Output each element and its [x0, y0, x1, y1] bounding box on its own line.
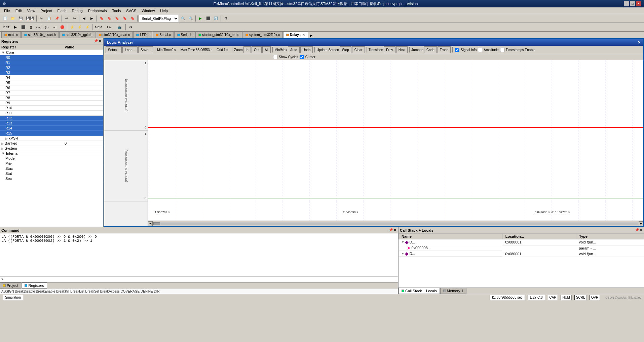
- la-scroll-right-button[interactable]: ▶: [639, 221, 643, 226]
- menu-help[interactable]: Help: [157, 8, 171, 13]
- tab-project-bottom[interactable]: Project: [0, 282, 21, 289]
- reg-row-r5[interactable]: R5: [0, 80, 103, 85]
- tb-bookmark5[interactable]: 🔖: [129, 15, 136, 22]
- command-close-icon[interactable]: ✕: [393, 228, 396, 232]
- menu-tools[interactable]: Tools: [110, 8, 124, 13]
- la-load-button[interactable]: Load...: [122, 46, 138, 53]
- tab-usart-c[interactable]: stm32f10x_usart.c: [96, 32, 133, 38]
- reg-row-xpsr[interactable]: ▷ xPSR: [0, 136, 103, 141]
- tb2-serial[interactable]: 📺: [114, 24, 124, 31]
- function-dropdown[interactable]: Serial_GetRxFlag: [139, 15, 179, 22]
- menu-debug[interactable]: Debug: [69, 8, 85, 13]
- la-clear-button[interactable]: Clear: [352, 46, 365, 53]
- menu-project[interactable]: Project: [38, 8, 54, 13]
- tb2-logic[interactable]: LA: [104, 24, 114, 31]
- reg-row-r4[interactable]: R4: [0, 75, 103, 80]
- la-zoom-all-button[interactable]: All: [262, 46, 271, 53]
- la-stop-button[interactable]: Stop: [340, 46, 351, 53]
- reg-row-core[interactable]: ▼ Core: [0, 50, 103, 55]
- menu-view[interactable]: View: [25, 8, 38, 13]
- reg-row-sec[interactable]: Sec: [0, 176, 103, 181]
- reg-row-r12[interactable]: R12: [0, 116, 103, 121]
- command-pin-icon[interactable]: 📌: [389, 228, 393, 232]
- la-scrollbar-track[interactable]: [153, 222, 638, 225]
- tb2-debug2[interactable]: ⚡: [76, 24, 83, 31]
- tb2-stepover[interactable]: {→}: [35, 24, 43, 31]
- tb-redo[interactable]: ↪: [71, 15, 78, 22]
- reg-row-internal[interactable]: ▼ Internal: [0, 151, 103, 156]
- tb-more[interactable]: ⚙: [222, 15, 229, 22]
- tb2-breakpoint[interactable]: 🔴: [59, 24, 66, 31]
- reg-row-r6[interactable]: R6: [0, 85, 103, 90]
- cs-row3[interactable]: ▼ ◆ D... 0x080001... void f(un...: [399, 251, 644, 257]
- tab-usart-h[interactable]: stm32f10x_usart.h: [21, 32, 59, 38]
- cs-row2[interactable]: ➤ 0x000003... param - ...: [399, 245, 644, 251]
- tb-bookmark4[interactable]: 🔖: [121, 15, 128, 22]
- tb-new[interactable]: 📄: [1, 15, 9, 22]
- la-next-button[interactable]: Next: [396, 46, 408, 53]
- tab-serial-c[interactable]: Serial.c: [153, 32, 174, 38]
- callstack-pin-icon[interactable]: 📌: [635, 228, 639, 232]
- reg-row-stat[interactable]: Stat: [0, 171, 103, 176]
- reg-row-r2[interactable]: R2: [0, 65, 103, 70]
- reg-row-banked[interactable]: ▷ Banked 0: [0, 141, 103, 146]
- la-auto-button[interactable]: Auto: [288, 46, 300, 53]
- la-signal1[interactable]: 1 (PORTA & 0x00000200) 0: [104, 60, 148, 131]
- tb-copy[interactable]: 📋: [45, 15, 53, 22]
- tab-led-h[interactable]: LED.h: [133, 32, 152, 38]
- menu-flash[interactable]: Flash: [55, 8, 69, 13]
- la-cursor-checkbox[interactable]: [300, 55, 304, 59]
- reg-row-r7[interactable]: R7: [0, 90, 103, 96]
- la-undo-button[interactable]: Undo: [300, 46, 313, 53]
- reg-row-r9[interactable]: R9: [0, 101, 103, 106]
- la-setup-button[interactable]: Setup...: [106, 46, 122, 53]
- tb2-stepout[interactable]: {↑}: [43, 24, 50, 31]
- la-timestamps-checkbox[interactable]: [500, 48, 504, 52]
- la-prev-button[interactable]: Prev: [384, 46, 395, 53]
- tb-cut[interactable]: ✂: [38, 15, 45, 22]
- la-scroll-left-button[interactable]: ◀: [148, 221, 153, 226]
- la-code-button[interactable]: Code: [424, 46, 437, 53]
- close-button[interactable]: ✕: [636, 1, 641, 6]
- tb2-settings[interactable]: ⚙: [127, 24, 134, 31]
- la-horizontal-scrollbar[interactable]: ◀ ▶: [148, 221, 643, 226]
- la-close-button[interactable]: ✕: [638, 40, 641, 45]
- tb-bookmark2[interactable]: 🔖: [106, 15, 113, 22]
- reg-row-mode[interactable]: Mode: [0, 156, 103, 161]
- reg-row-r10[interactable]: R10: [0, 106, 103, 111]
- tb2-debug3[interactable]: ⚡: [84, 24, 91, 31]
- tb-open[interactable]: 📁: [9, 15, 16, 22]
- tb-back[interactable]: ◀: [80, 15, 88, 22]
- tab-system-c[interactable]: system_stm32f10x.c: [242, 32, 283, 38]
- reg-row-r11[interactable]: R11: [0, 111, 103, 116]
- tb-paste[interactable]: 📌: [53, 15, 61, 22]
- registers-close[interactable]: ✕: [99, 39, 102, 43]
- command-input-field[interactable]: [5, 277, 396, 281]
- tb-undo[interactable]: ↩: [63, 15, 70, 22]
- menu-edit[interactable]: Edit: [13, 8, 25, 13]
- tb-save[interactable]: 💾: [17, 15, 24, 22]
- la-amplitude-checkbox[interactable]: [478, 48, 482, 52]
- cs-row1[interactable]: ▼ ◆ D... 0x080001... void f(un...: [399, 239, 644, 245]
- tb2-step[interactable]: {}: [27, 24, 35, 31]
- tab-memory1[interactable]: Memory 1: [440, 288, 466, 294]
- reg-row-stac[interactable]: Stac: [0, 166, 103, 171]
- tb2-run[interactable]: ▶: [12, 24, 19, 31]
- menu-file[interactable]: File: [1, 8, 13, 13]
- la-zoom-in-button[interactable]: In: [243, 46, 251, 53]
- tb2-reset[interactable]: RST: [1, 24, 11, 31]
- menu-peripherals[interactable]: Peripherals: [85, 8, 110, 13]
- tb-debug-run[interactable]: ▶: [197, 15, 204, 22]
- la-scrollbar-thumb[interactable]: [153, 222, 160, 225]
- tab-callstack[interactable]: Call Stack + Locals: [399, 288, 440, 294]
- la-trace-button[interactable]: Trace: [438, 46, 451, 53]
- tb2-mem[interactable]: MEM: [93, 24, 104, 31]
- tb-debug-reload[interactable]: 🔄: [212, 15, 220, 22]
- tab-startup[interactable]: startup_stm32f10x_md.s: [195, 32, 242, 38]
- reg-row-r1[interactable]: R1: [0, 60, 103, 65]
- reg-row-r3[interactable]: R3: [0, 70, 103, 75]
- reg-row-r0[interactable]: R0: [0, 55, 103, 60]
- tb-bookmark[interactable]: 🔖: [98, 15, 105, 22]
- la-save-button[interactable]: Save...: [138, 46, 153, 53]
- minimize-button[interactable]: −: [624, 1, 629, 6]
